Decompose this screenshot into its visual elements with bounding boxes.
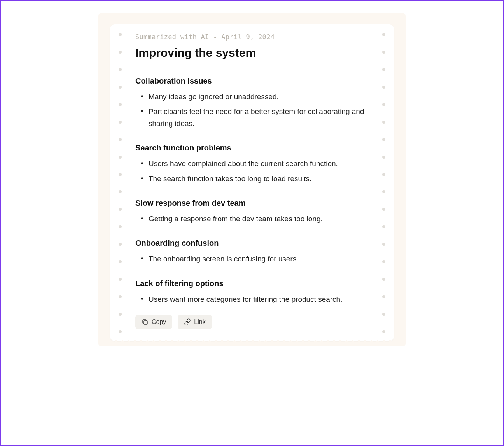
meta-prefix: Summarized with AI (135, 33, 209, 41)
list-item: The search function takes too long to lo… (141, 173, 369, 185)
section-list: Many ideas go ignored or unaddressed. Pa… (135, 91, 369, 129)
section-slow-response-dev-team: Slow response from dev team Getting a re… (135, 199, 369, 225)
section-lack-filtering-options: Lack of filtering options Users want mor… (135, 279, 369, 305)
list-item: Users want more categories for filtering… (141, 294, 369, 305)
link-button[interactable]: Link (178, 315, 212, 329)
action-bar: Copy Link (135, 315, 369, 329)
section-heading: Lack of filtering options (135, 279, 369, 288)
section-search-function-problems: Search function problems Users have comp… (135, 143, 369, 185)
page-title: Improving the system (135, 46, 369, 59)
section-list: Users want more categories for filtering… (135, 294, 369, 305)
list-item: The onboarding screen is confusing for u… (141, 253, 369, 265)
section-onboarding-confusion: Onboarding confusion The onboarding scre… (135, 239, 369, 265)
list-item: Getting a response from the dev team tak… (141, 213, 369, 225)
copy-button-label: Copy (152, 318, 166, 325)
link-button-label: Link (194, 318, 205, 325)
document-container: Summarized with AI - April 9, 2024 Impro… (98, 13, 406, 346)
section-heading: Search function problems (135, 143, 369, 152)
meta-separator: - (209, 33, 222, 41)
meta-line: Summarized with AI - April 9, 2024 (135, 33, 369, 41)
summary-card: Summarized with AI - April 9, 2024 Impro… (110, 24, 394, 341)
section-collaboration-issues: Collaboration issues Many ideas go ignor… (135, 77, 369, 129)
copy-button[interactable]: Copy (135, 315, 172, 329)
section-heading: Onboarding confusion (135, 239, 369, 248)
section-heading: Slow response from dev team (135, 199, 369, 208)
binding-holes-left (119, 33, 122, 333)
section-list: Users have complained about the current … (135, 158, 369, 185)
link-icon (184, 318, 191, 325)
section-list: The onboarding screen is confusing for u… (135, 253, 369, 265)
list-item: Many ideas go ignored or unaddressed. (141, 91, 369, 103)
section-heading: Collaboration issues (135, 77, 369, 86)
meta-date: April 9, 2024 (221, 33, 275, 41)
svg-rect-0 (144, 321, 147, 324)
torn-edge-decoration (110, 340, 394, 346)
section-list: Getting a response from the dev team tak… (135, 213, 369, 225)
list-item: Participants feel the need for a better … (141, 106, 369, 129)
list-item: Users have complained about the current … (141, 158, 369, 170)
binding-holes-right (382, 33, 385, 333)
copy-icon (142, 318, 149, 325)
